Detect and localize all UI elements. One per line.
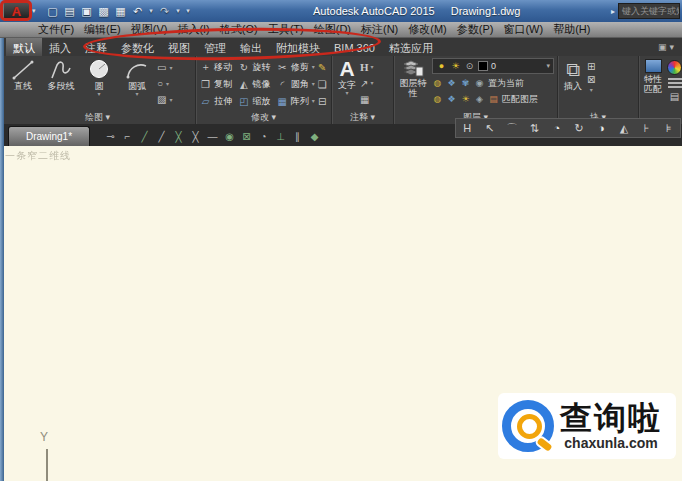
baseline-icon[interactable]: ⊧ bbox=[659, 122, 679, 135]
match-layer-button[interactable]: 匹配图层 bbox=[502, 93, 538, 106]
scale-tool[interactable]: ◰缩放 bbox=[238, 95, 276, 108]
layer-merge-icon[interactable]: ❖ bbox=[446, 94, 457, 104]
ribbon-tab-featured-apps[interactable]: 精选应用 bbox=[382, 38, 440, 56]
snap-center-icon[interactable]: ◉ bbox=[221, 131, 238, 142]
ribbon-tab-view[interactable]: 视图 bbox=[161, 38, 197, 56]
ellipse-dropdown-icon[interactable]: ▾ bbox=[166, 81, 169, 87]
leader-dropdown-icon[interactable]: ▾ bbox=[370, 80, 373, 86]
application-menu-button[interactable]: A bbox=[3, 1, 30, 21]
rectangle-dropdown-icon[interactable]: ▾ bbox=[169, 65, 172, 71]
snap-perpendicular-icon[interactable]: ⊥ bbox=[272, 131, 289, 142]
menu-window[interactable]: 窗口(W) bbox=[498, 22, 548, 37]
ribbon-tab-home[interactable]: 默认 bbox=[6, 38, 42, 56]
search-expand-icon[interactable]: ▸ bbox=[611, 7, 615, 16]
ribbon-minimize-control[interactable]: ▣ ▾ bbox=[658, 38, 674, 56]
layer-thaw-icon[interactable]: ☀ bbox=[460, 94, 471, 104]
snap-endpoint-icon[interactable]: ╱ bbox=[136, 131, 153, 142]
drawing-file-tab[interactable]: Drawing1* bbox=[8, 126, 90, 146]
layer-dropdown[interactable]: ● ☀ ⊙ 0 ▾ bbox=[432, 58, 554, 74]
multileader-icon[interactable]: ↖ bbox=[480, 122, 500, 135]
array-tool[interactable]: ▦阵列▾ bbox=[277, 95, 315, 108]
menu-parametric[interactable]: 参数(P) bbox=[452, 22, 499, 37]
application-menu-caret-icon[interactable]: ▾ bbox=[32, 7, 36, 15]
block-dropdown-icon[interactable]: ▾ bbox=[590, 87, 593, 93]
stretch-tool[interactable]: ▱拉伸 bbox=[200, 95, 238, 108]
new-file-icon[interactable]: ▢ bbox=[46, 5, 60, 18]
ribbon-tab-insert[interactable]: 插入 bbox=[42, 38, 78, 56]
offset-tool[interactable]: ⊟ bbox=[315, 96, 329, 107]
menu-dimension[interactable]: 标注(N) bbox=[356, 22, 403, 37]
menu-draw[interactable]: 绘图(D) bbox=[309, 22, 356, 37]
snap-node-icon[interactable]: ⊠ bbox=[238, 131, 255, 142]
layer-isolate-icon[interactable]: ❖ bbox=[446, 78, 457, 88]
layer-freeze2-icon[interactable]: ▤ bbox=[488, 94, 499, 104]
undo-dropdown-icon[interactable]: ▾ bbox=[148, 7, 155, 15]
save-icon[interactable]: ▣ bbox=[80, 5, 94, 18]
redo-icon[interactable]: ↷ bbox=[158, 5, 172, 18]
arc-dropdown-icon[interactable]: ▾ bbox=[135, 91, 138, 97]
circle-dropdown-icon[interactable]: ▾ bbox=[97, 91, 100, 97]
ribbon-tab-parametric[interactable]: 参数化 bbox=[114, 38, 161, 56]
layer-settings-icon[interactable]: ✾ bbox=[460, 78, 471, 88]
annotation-panel-label[interactable]: 注释 ▾ bbox=[332, 111, 393, 124]
search-input[interactable]: 键入关键字或短语 bbox=[618, 3, 680, 19]
layer-properties-button[interactable]: 图层特性 bbox=[398, 58, 428, 111]
ribbon-tab-addins[interactable]: 附加模块 bbox=[269, 38, 327, 56]
plot-icon[interactable]: ▦ bbox=[114, 5, 128, 18]
explode-tool[interactable]: ❏ bbox=[315, 79, 329, 90]
dim-linear-icon[interactable]: Η bbox=[457, 122, 477, 134]
circle-tool[interactable]: 圆 ▾ bbox=[81, 59, 117, 97]
table-tool[interactable]: ▦ bbox=[360, 92, 374, 106]
open-file-icon[interactable]: ▤ bbox=[63, 5, 77, 18]
ordinate-icon[interactable]: ⇅ bbox=[524, 122, 544, 135]
dimension-dropdown-icon[interactable]: ▾ bbox=[371, 64, 374, 70]
layer-off-icon[interactable]: ◍ bbox=[432, 78, 443, 88]
arc-length-icon[interactable]: ⌒ bbox=[502, 121, 522, 136]
menu-help[interactable]: 帮助(H) bbox=[548, 22, 595, 37]
edit-block-icon[interactable]: ⊠ bbox=[587, 74, 595, 85]
menu-view[interactable]: 视图(V) bbox=[126, 22, 173, 37]
fillet-tool[interactable]: ◜圆角▾ bbox=[277, 78, 315, 91]
snap-apparent-icon[interactable]: ╳ bbox=[187, 131, 204, 142]
snap-extension-icon[interactable]: — bbox=[204, 131, 221, 142]
copy-tool[interactable]: ❐复制 bbox=[200, 78, 238, 91]
move-tool[interactable]: ＋移动 bbox=[200, 60, 238, 74]
arc-tool[interactable]: 圆弧 ▾ bbox=[119, 59, 155, 97]
menu-edit[interactable]: 编辑(E) bbox=[79, 22, 126, 37]
text-tool[interactable]: A 文字 ▾ bbox=[338, 58, 356, 111]
set-current-button[interactable]: 置为当前 bbox=[488, 77, 524, 90]
rectangle-tool[interactable]: ▭▾ bbox=[157, 60, 172, 75]
diameter-icon[interactable]: ◑ bbox=[592, 122, 612, 134]
qat-customize-icon[interactable]: ▾ bbox=[185, 7, 192, 15]
angle-icon[interactable]: ◔ bbox=[547, 122, 567, 134]
menu-insert[interactable]: 插入(I) bbox=[172, 22, 214, 37]
ellipse-tool[interactable]: ○▾ bbox=[157, 76, 172, 91]
dimension-tool[interactable]: H▾ bbox=[360, 60, 374, 74]
linetype-lines-icon[interactable] bbox=[668, 78, 682, 88]
redo-dropdown-icon[interactable]: ▾ bbox=[175, 7, 182, 15]
erase-tool[interactable]: ✎ bbox=[315, 62, 329, 73]
trim-tool[interactable]: ✂修剪▾ bbox=[277, 61, 315, 74]
rotate-tool[interactable]: ↻旋转 bbox=[238, 61, 276, 74]
text-dropdown-icon[interactable]: ▾ bbox=[345, 90, 348, 96]
snap-insert-icon[interactable]: ◆ bbox=[306, 131, 323, 142]
ribbon-tab-annotate[interactable]: 注释 bbox=[78, 38, 114, 56]
snap-tracking-icon[interactable]: ⊸ bbox=[102, 131, 119, 142]
layer-walk-icon[interactable]: ◍ bbox=[432, 94, 443, 104]
drawing-canvas[interactable]: 一条窄二维线 Y 查询啦 chaxunla.com bbox=[0, 146, 682, 481]
area-icon[interactable]: ◭ bbox=[614, 122, 634, 135]
menu-tools[interactable]: 工具(T) bbox=[263, 22, 309, 37]
create-block-icon[interactable]: ⊞ bbox=[587, 61, 595, 72]
layer-delete-icon[interactable]: ◈ bbox=[474, 94, 485, 104]
layer-lock-toggle-icon[interactable]: ◉ bbox=[474, 78, 485, 88]
menu-format[interactable]: 格式(O) bbox=[215, 22, 263, 37]
ribbon-tab-manage[interactable]: 管理 bbox=[197, 38, 233, 56]
polyline-tool[interactable]: 多段线 bbox=[43, 59, 79, 91]
color-wheel-icon[interactable] bbox=[667, 60, 682, 75]
insert-block-button[interactable]: ⧉ 插入 bbox=[564, 59, 582, 111]
radius-icon[interactable]: ↻ bbox=[569, 122, 589, 135]
lineweight-list-icon[interactable]: ▤ bbox=[670, 91, 679, 102]
ribbon-tab-bim360[interactable]: BIM 360 bbox=[327, 38, 382, 56]
snap-parallel-icon[interactable]: ∥ bbox=[289, 131, 306, 142]
match-properties-button[interactable]: 特性匹配 bbox=[643, 59, 663, 111]
